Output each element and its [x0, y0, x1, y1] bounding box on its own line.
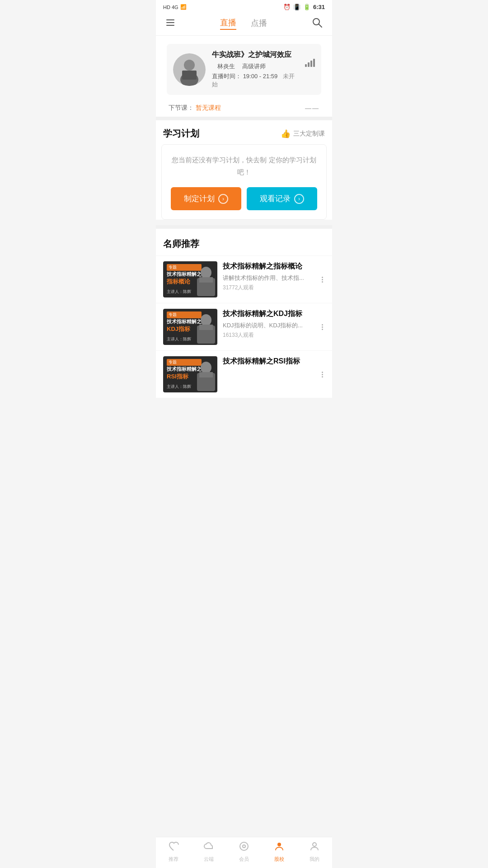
- plan-buttons: 制定计划 › 观看记录 ›: [171, 187, 317, 210]
- svg-point-6: [184, 60, 195, 71]
- course-views-1: 31772人观看: [223, 284, 314, 292]
- course-title-2: 技术指标精解之KDJ指标: [223, 309, 314, 319]
- action-label: 三大定制课: [293, 130, 325, 138]
- time-label: 直播时间：: [212, 73, 241, 80]
- course-more-3[interactable]: [320, 370, 325, 379]
- vibrate-icon: 📳: [293, 4, 300, 10]
- battery-icon: 🔋: [303, 4, 310, 10]
- watch-btn-label: 观看记录: [260, 193, 291, 204]
- plan-button[interactable]: 制定计划 ›: [171, 187, 241, 210]
- divider-2: [156, 225, 332, 229]
- menu-button[interactable]: [165, 17, 176, 29]
- teacher-name: 林炎生: [217, 63, 235, 70]
- thumb-icon: 👍: [281, 129, 291, 139]
- time-range: 19:00 - 21:59: [243, 73, 278, 80]
- nav-tabs: 直播 点播: [220, 17, 267, 30]
- svg-rect-8: [182, 71, 197, 80]
- live-teacher: 林炎生 高级讲师: [212, 62, 299, 71]
- svg-point-9: [201, 267, 211, 278]
- course-more-2[interactable]: [320, 322, 325, 332]
- course-info-2: 技术指标精解之KDJ指标 KDJ指标的说明、KDJ指标的... 16133人观看: [223, 309, 314, 339]
- status-right: ⏰ 📳 🔋 6:31: [283, 4, 325, 10]
- thumb-host-1: 主讲人：陈辉: [167, 289, 191, 295]
- study-plan-action[interactable]: 👍 三大定制课: [281, 129, 325, 139]
- course-thumb-2: 专题 技术指标精解之 KDJ指标 主讲人：陈辉: [163, 309, 217, 345]
- course-item[interactable]: 专题 技术指标精解之 指标概论 主讲人：陈辉 技术指标精解之指标概论 讲解: [156, 255, 332, 303]
- plan-empty-text: 您当前还没有学习计划，快去制 定你的学习计划吧！: [171, 154, 317, 178]
- study-plan-title: 学习计划: [163, 127, 199, 140]
- course-item-2[interactable]: 专题 技术指标精解之 KDJ指标 主讲人：陈辉 技术指标精解之KDJ指标: [156, 303, 332, 350]
- course-title-1: 技术指标精解之指标概论: [223, 261, 314, 271]
- top-nav: 直播 点播: [156, 12, 332, 36]
- live-time: 直播时间： 19:00 - 21:59 未开始: [212, 72, 299, 89]
- tab-live[interactable]: 直播: [220, 17, 236, 30]
- course-item-3[interactable]: 专题 技术指标精解之 RSI指标 主讲人：陈辉 技术指标精解之RSI指标: [156, 350, 332, 398]
- teachers-header: 名师推荐: [156, 229, 332, 255]
- svg-rect-1: [166, 22, 174, 23]
- thumb-host-3: 主讲人：陈辉: [167, 384, 191, 390]
- course-title-3: 技术指标精解之RSI指标: [223, 356, 314, 366]
- course-info-3: 技术指标精解之RSI指标: [223, 356, 314, 369]
- study-plan-card: 您当前还没有学习计划，快去制 定你的学习计划吧！ 制定计划 › 观看记录 ›: [161, 144, 327, 220]
- course-desc-2: KDJ指标的说明、KDJ指标的...: [223, 321, 314, 330]
- course-thumb-1: 专题 技术指标精解之 指标概论 主讲人：陈辉: [163, 261, 217, 297]
- course-thumb-3: 专题 技术指标精解之 RSI指标 主讲人：陈辉: [163, 356, 217, 392]
- watch-btn-arrow: ›: [294, 194, 304, 204]
- study-plan-section: 学习计划 👍 三大定制课 您当前还没有学习计划，快去制 定你的学习计划吧！ 制定…: [156, 120, 332, 220]
- signal-icon: [305, 59, 315, 67]
- svg-point-15: [201, 362, 211, 373]
- teacher-title: 高级讲师: [242, 63, 266, 70]
- next-course-label: 下节课：: [169, 104, 194, 112]
- teachers-section: 名师推荐 专题 技术指标精解之 指标概论 主讲人：陈辉: [156, 229, 332, 398]
- live-title: 牛实战班》之护城河效应: [212, 50, 299, 60]
- next-course-bar: 下节课： 暂无课程 ——: [161, 99, 327, 117]
- plan-btn-arrow: ›: [218, 194, 228, 204]
- plan-btn-label: 制定计划: [184, 193, 215, 204]
- svg-rect-14: [199, 325, 213, 330]
- course-info-1: 技术指标精解之指标概论 讲解技术指标的作用、技术指... 31772人观看: [223, 261, 314, 292]
- teacher-avatar: [173, 53, 206, 86]
- status-wifi: 📶: [180, 4, 187, 10]
- svg-rect-11: [199, 277, 213, 283]
- status-network: HD 4G: [163, 5, 178, 10]
- status-bar: HD 4G 📶 ⏰ 📳 🔋 6:31: [156, 0, 332, 12]
- watch-record-button[interactable]: 观看记录 ›: [247, 187, 317, 210]
- next-course-value: 暂无课程: [196, 104, 221, 112]
- next-course-dash: ——: [305, 104, 319, 112]
- status-left: HD 4G 📶: [163, 4, 187, 10]
- alarm-icon: ⏰: [283, 4, 291, 10]
- status-time: 6:31: [313, 4, 325, 10]
- live-info: 牛实战班》之护城河效应 林炎生 高级讲师 直播时间： 19:00 - 21:59…: [212, 50, 299, 89]
- svg-rect-17: [199, 372, 213, 377]
- search-button[interactable]: [311, 17, 323, 30]
- study-plan-header: 学习计划 👍 三大定制课: [156, 120, 332, 144]
- course-views-2: 16133人观看: [223, 331, 314, 339]
- course-more-1[interactable]: [320, 275, 325, 284]
- svg-rect-0: [166, 19, 174, 20]
- svg-point-12: [201, 314, 211, 326]
- thumb-host-2: 主讲人：陈辉: [167, 336, 191, 342]
- course-desc-1: 讲解技术指标的作用、技术指...: [223, 274, 314, 282]
- divider-1: [156, 117, 332, 120]
- svg-line-4: [319, 24, 322, 28]
- svg-rect-2: [166, 25, 174, 26]
- tab-vod[interactable]: 点播: [251, 18, 267, 29]
- live-card: 牛实战班》之护城河效应 林炎生 高级讲师 直播时间： 19:00 - 21:59…: [167, 44, 321, 95]
